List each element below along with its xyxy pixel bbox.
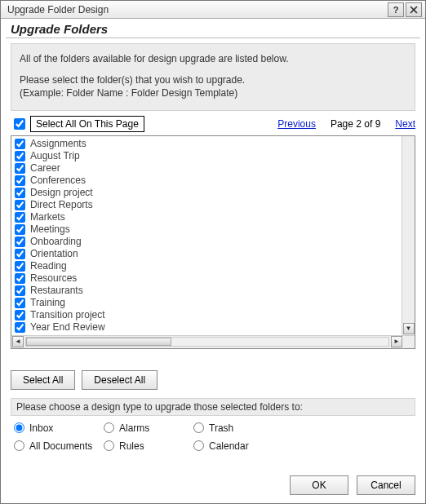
page-status: Page 2 of 9 bbox=[331, 118, 380, 130]
folder-row[interactable]: Year End Review bbox=[15, 321, 398, 334]
folder-label: Transition project bbox=[30, 309, 105, 321]
design-option[interactable]: All Documents bbox=[14, 440, 104, 452]
folder-checkbox[interactable] bbox=[15, 188, 25, 198]
folder-checkbox[interactable] bbox=[15, 237, 25, 247]
folder-list: AssignmentsAugust TripCareerConferencesD… bbox=[11, 135, 415, 349]
folder-checkbox[interactable] bbox=[15, 261, 25, 272]
titlebar-buttons: ? bbox=[388, 2, 422, 17]
scroll-track[interactable] bbox=[25, 337, 389, 347]
close-button[interactable] bbox=[406, 2, 422, 17]
folder-row[interactable]: Training bbox=[15, 297, 398, 309]
folder-row[interactable]: Design project bbox=[15, 187, 398, 199]
folder-label: Onboarding bbox=[30, 236, 82, 247]
prev-page-link[interactable]: Previous bbox=[277, 118, 316, 130]
folder-label: Training bbox=[30, 297, 65, 308]
design-label: Inbox bbox=[29, 422, 53, 434]
section-heading: Upgrade Folders bbox=[1, 19, 425, 38]
folder-row[interactable]: Resources bbox=[15, 272, 398, 285]
dialog-window: Upgrade Folder Design ? Upgrade Folders … bbox=[0, 0, 426, 504]
info-text-2: Please select the folder(s) that you wis… bbox=[20, 73, 406, 86]
folder-row[interactable]: Reading bbox=[15, 260, 398, 272]
info-panel: All of the folders available for design … bbox=[11, 43, 415, 111]
select-all-page-checkbox[interactable] bbox=[14, 118, 25, 130]
folder-row[interactable]: Assignments bbox=[15, 138, 398, 150]
design-option[interactable]: Rules bbox=[104, 440, 193, 452]
design-radio[interactable] bbox=[14, 440, 24, 451]
cancel-button[interactable]: Cancel bbox=[357, 475, 415, 495]
select-all-row: Select All On This Page Previous Page 2 … bbox=[11, 116, 415, 132]
folder-label: Year End Review bbox=[30, 321, 105, 333]
folder-row[interactable]: Conferences bbox=[15, 175, 398, 187]
folder-label: Design project bbox=[30, 187, 93, 198]
design-label: Rules bbox=[119, 440, 144, 452]
folder-label: Resources bbox=[30, 272, 77, 284]
select-all-button[interactable]: Select All bbox=[11, 370, 75, 390]
design-radio[interactable] bbox=[14, 422, 24, 433]
folder-checkbox[interactable] bbox=[15, 249, 25, 259]
ok-button[interactable]: OK bbox=[290, 475, 348, 495]
folder-checkbox[interactable] bbox=[15, 163, 25, 174]
folder-row[interactable]: Restaurants bbox=[15, 285, 398, 297]
folder-checkbox[interactable] bbox=[15, 212, 25, 223]
design-option[interactable]: Inbox bbox=[14, 422, 104, 434]
folder-checkbox[interactable] bbox=[15, 273, 25, 284]
design-label: Alarms bbox=[119, 422, 149, 434]
vertical-scrollbar[interactable]: ▼ bbox=[402, 136, 415, 335]
folder-row[interactable]: Onboarding bbox=[15, 236, 398, 248]
dialog-footer: OK Cancel bbox=[290, 475, 415, 495]
info-text-3: (Example: Folder Name : Folder Design Te… bbox=[20, 86, 406, 99]
divider bbox=[6, 38, 420, 38]
folder-label: August Trip bbox=[30, 150, 80, 161]
folder-checkbox[interactable] bbox=[15, 175, 25, 186]
folder-row[interactable]: Orientation bbox=[15, 248, 398, 260]
select-all-page-label: Select All On This Page bbox=[30, 116, 144, 132]
scroll-thumb[interactable] bbox=[26, 338, 171, 346]
folder-label: Direct Reports bbox=[30, 199, 93, 210]
design-option[interactable]: Alarms bbox=[104, 422, 193, 434]
folder-label: Assignments bbox=[30, 138, 87, 149]
help-button[interactable]: ? bbox=[388, 2, 404, 17]
folder-row[interactable]: August Trip bbox=[15, 150, 398, 162]
next-page-link[interactable]: Next bbox=[395, 118, 415, 130]
design-radio[interactable] bbox=[104, 440, 114, 451]
folder-row[interactable]: Direct Reports bbox=[15, 199, 398, 211]
folder-checkbox[interactable] bbox=[15, 310, 25, 321]
folder-row[interactable]: Transition project bbox=[15, 309, 398, 321]
design-radio[interactable] bbox=[193, 440, 204, 451]
folder-checkbox[interactable] bbox=[15, 224, 25, 235]
folder-label: Orientation bbox=[30, 248, 78, 259]
folder-row[interactable]: Meetings bbox=[15, 223, 398, 236]
design-option[interactable]: Calendar bbox=[193, 440, 291, 452]
design-radio[interactable] bbox=[104, 422, 114, 433]
folder-row[interactable]: Career bbox=[15, 162, 398, 175]
scroll-left-icon[interactable]: ◄ bbox=[12, 336, 24, 347]
folder-checkbox[interactable] bbox=[15, 200, 25, 210]
folder-label: Career bbox=[30, 162, 60, 174]
deselect-all-button[interactable]: Deselect All bbox=[82, 370, 158, 390]
scroll-corner bbox=[403, 336, 415, 347]
pager: Previous Page 2 of 9 Next bbox=[277, 118, 415, 130]
info-text-1: All of the folders available for design … bbox=[20, 52, 406, 65]
folder-checkbox[interactable] bbox=[15, 151, 25, 161]
titlebar: Upgrade Folder Design ? bbox=[1, 1, 425, 19]
folder-label: Restaurants bbox=[30, 285, 83, 296]
folder-row[interactable]: Markets bbox=[15, 211, 398, 223]
folder-checkbox[interactable] bbox=[15, 298, 25, 308]
design-label: All Documents bbox=[29, 440, 92, 452]
design-radio-group: InboxAlarmsTrashAll DocumentsRulesCalend… bbox=[14, 422, 412, 452]
horizontal-scrollbar[interactable]: ◄ ► bbox=[11, 335, 415, 348]
folder-list-items: AssignmentsAugust TripCareerConferencesD… bbox=[11, 136, 402, 335]
design-option[interactable]: Trash bbox=[193, 422, 291, 434]
design-prompt: Please choose a design type to upgrade t… bbox=[11, 398, 415, 416]
scroll-right-icon[interactable]: ► bbox=[391, 336, 402, 347]
folder-checkbox[interactable] bbox=[15, 322, 25, 333]
folder-label: Markets bbox=[30, 211, 65, 223]
close-icon bbox=[410, 6, 418, 14]
design-section: Please choose a design type to upgrade t… bbox=[11, 398, 415, 452]
folder-checkbox[interactable] bbox=[15, 139, 25, 149]
folder-checkbox[interactable] bbox=[15, 285, 25, 296]
scroll-down-icon[interactable]: ▼ bbox=[403, 323, 415, 334]
design-radio[interactable] bbox=[193, 422, 204, 433]
folder-label: Reading bbox=[30, 260, 67, 272]
window-title: Upgrade Folder Design bbox=[7, 4, 388, 15]
